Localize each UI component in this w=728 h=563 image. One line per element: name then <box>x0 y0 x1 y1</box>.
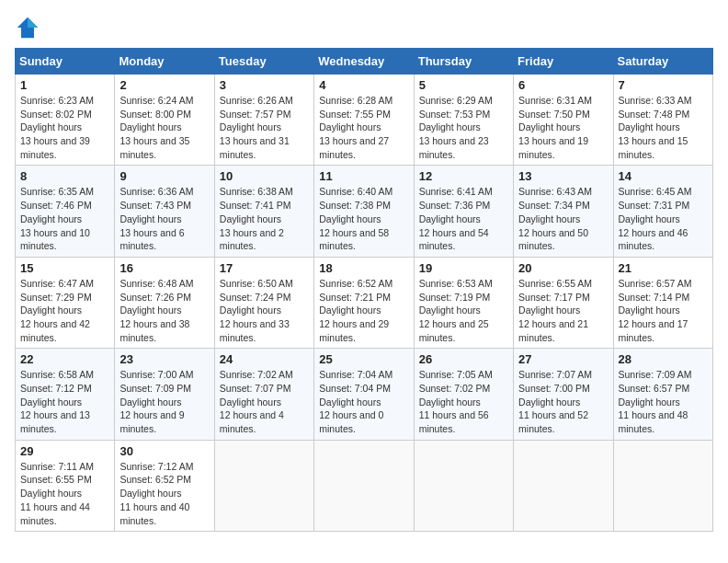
day-cell-15: 15 Sunrise: 6:47 AM Sunset: 7:29 PM Dayl… <box>16 257 115 348</box>
sunrise-label: Sunrise: 6:23 AM <box>20 95 94 106</box>
day-number: 13 <box>518 169 608 183</box>
day-number: 3 <box>220 78 309 92</box>
weekday-header-thursday: Thursday <box>414 49 513 75</box>
day-cell-12: 12 Sunrise: 6:41 AM Sunset: 7:36 PM Dayl… <box>414 166 513 257</box>
sunset-label: Sunset: 7:07 PM <box>220 383 291 394</box>
sunset-label: Sunset: 7:00 PM <box>518 383 590 394</box>
day-info: Sunrise: 6:29 AM Sunset: 7:53 PM Dayligh… <box>419 94 508 161</box>
day-cell-27: 27 Sunrise: 7:07 AM Sunset: 7:00 PM Dayl… <box>514 349 613 440</box>
day-number: 22 <box>20 352 109 366</box>
day-cell-9: 9 Sunrise: 6:36 AM Sunset: 7:43 PM Dayli… <box>115 166 214 257</box>
day-number: 7 <box>619 78 708 92</box>
sunrise-label: Sunrise: 6:33 AM <box>619 95 692 106</box>
sunset-label: Sunset: 8:00 PM <box>119 109 191 120</box>
week-row-3: 15 Sunrise: 6:47 AM Sunset: 7:29 PM Dayl… <box>16 257 713 348</box>
day-info: Sunrise: 7:11 AM Sunset: 6:55 PM Dayligh… <box>20 460 109 527</box>
sunset-label: Sunset: 7:31 PM <box>619 200 690 211</box>
daylight-label: Daylight hours <box>518 121 580 132</box>
day-cell-16: 16 Sunrise: 6:48 AM Sunset: 7:26 PM Dayl… <box>115 257 214 348</box>
sunrise-label: Sunrise: 6:50 AM <box>220 278 293 289</box>
daylight-label: Daylight hours <box>518 213 580 224</box>
daylight-duration: 12 hours and 42 minutes. <box>20 318 90 343</box>
day-number: 16 <box>119 261 209 275</box>
sunrise-label: Sunrise: 7:02 AM <box>220 369 293 380</box>
sunset-label: Sunset: 7:21 PM <box>319 292 391 303</box>
daylight-duration: 13 hours and 35 minutes. <box>119 135 189 160</box>
day-cell-6: 6 Sunrise: 6:31 AM Sunset: 7:50 PM Dayli… <box>514 75 613 166</box>
daylight-duration: 11 hours and 48 minutes. <box>619 409 688 434</box>
day-cell-18: 18 Sunrise: 6:52 AM Sunset: 7:21 PM Dayl… <box>314 257 414 348</box>
sunset-label: Sunset: 6:57 PM <box>619 383 690 394</box>
daylight-duration: 12 hours and 29 minutes. <box>319 318 389 343</box>
week-row-2: 8 Sunrise: 6:35 AM Sunset: 7:46 PM Dayli… <box>16 166 713 257</box>
sunrise-label: Sunrise: 6:38 AM <box>220 186 293 197</box>
daylight-label: Daylight hours <box>220 304 281 316</box>
daylight-label: Daylight hours <box>119 213 181 224</box>
day-info: Sunrise: 6:38 AM Sunset: 7:41 PM Dayligh… <box>220 185 309 252</box>
sunset-label: Sunset: 7:19 PM <box>419 292 491 303</box>
sunset-label: Sunset: 7:57 PM <box>220 109 291 120</box>
day-number: 2 <box>119 78 209 92</box>
sunrise-label: Sunrise: 6:43 AM <box>518 186 592 197</box>
daylight-duration: 12 hours and 38 minutes. <box>119 318 189 343</box>
day-info: Sunrise: 7:04 AM Sunset: 7:04 PM Dayligh… <box>319 368 408 435</box>
daylight-duration: 11 hours and 56 minutes. <box>419 409 489 434</box>
daylight-label: Daylight hours <box>518 304 580 316</box>
sunrise-label: Sunrise: 6:41 AM <box>419 186 493 197</box>
day-number: 29 <box>20 444 109 458</box>
daylight-duration: 12 hours and 17 minutes. <box>619 318 688 343</box>
empty-cell <box>414 440 513 531</box>
day-cell-26: 26 Sunrise: 7:05 AM Sunset: 7:02 PM Dayl… <box>414 349 513 440</box>
day-cell-25: 25 Sunrise: 7:04 AM Sunset: 7:04 PM Dayl… <box>314 349 414 440</box>
daylight-duration: 12 hours and 50 minutes. <box>518 227 588 252</box>
day-number: 25 <box>319 352 408 366</box>
daylight-label: Daylight hours <box>119 121 181 132</box>
day-number: 10 <box>220 169 309 183</box>
daylight-duration: 13 hours and 10 minutes. <box>20 227 90 252</box>
daylight-label: Daylight hours <box>419 121 481 132</box>
daylight-label: Daylight hours <box>419 304 481 316</box>
daylight-duration: 11 hours and 52 minutes. <box>518 409 588 434</box>
daylight-duration: 12 hours and 54 minutes. <box>419 227 489 252</box>
daylight-duration: 12 hours and 25 minutes. <box>419 318 489 343</box>
logo-icon <box>15 15 40 40</box>
sunrise-label: Sunrise: 6:45 AM <box>619 186 692 197</box>
empty-cell <box>214 440 313 531</box>
daylight-duration: 11 hours and 40 minutes. <box>119 501 189 526</box>
daylight-duration: 12 hours and 46 minutes. <box>619 227 688 252</box>
day-cell-30: 30 Sunrise: 7:12 AM Sunset: 6:52 PM Dayl… <box>115 440 214 531</box>
sunset-label: Sunset: 7:02 PM <box>419 383 491 394</box>
day-number: 30 <box>119 444 209 458</box>
day-number: 18 <box>319 261 408 275</box>
daylight-label: Daylight hours <box>119 304 181 316</box>
daylight-label: Daylight hours <box>619 121 680 132</box>
day-cell-21: 21 Sunrise: 6:57 AM Sunset: 7:14 PM Dayl… <box>613 257 712 348</box>
day-number: 11 <box>319 169 408 183</box>
daylight-duration: 12 hours and 4 minutes. <box>220 409 284 434</box>
weekday-header-tuesday: Tuesday <box>214 49 313 75</box>
sunrise-label: Sunrise: 7:05 AM <box>419 369 493 380</box>
day-info: Sunrise: 7:02 AM Sunset: 7:07 PM Dayligh… <box>220 368 309 435</box>
daylight-label: Daylight hours <box>319 121 381 132</box>
sunrise-label: Sunrise: 6:57 AM <box>619 278 692 289</box>
daylight-duration: 13 hours and 19 minutes. <box>518 135 588 160</box>
day-info: Sunrise: 6:41 AM Sunset: 7:36 PM Dayligh… <box>419 185 508 252</box>
day-info: Sunrise: 6:52 AM Sunset: 7:21 PM Dayligh… <box>319 277 408 344</box>
day-info: Sunrise: 6:48 AM Sunset: 7:26 PM Dayligh… <box>119 277 209 344</box>
week-row-4: 22 Sunrise: 6:58 AM Sunset: 7:12 PM Dayl… <box>16 349 713 440</box>
sunset-label: Sunset: 6:55 PM <box>20 474 92 485</box>
daylight-label: Daylight hours <box>20 488 82 499</box>
day-number: 5 <box>419 78 508 92</box>
daylight-label: Daylight hours <box>20 121 82 132</box>
daylight-duration: 12 hours and 0 minutes. <box>319 409 383 434</box>
daylight-label: Daylight hours <box>20 304 82 316</box>
sunset-label: Sunset: 7:41 PM <box>220 200 291 211</box>
day-cell-5: 5 Sunrise: 6:29 AM Sunset: 7:53 PM Dayli… <box>414 75 513 166</box>
day-info: Sunrise: 6:47 AM Sunset: 7:29 PM Dayligh… <box>20 277 109 344</box>
sunset-label: Sunset: 7:48 PM <box>619 109 690 120</box>
day-cell-4: 4 Sunrise: 6:28 AM Sunset: 7:55 PM Dayli… <box>314 75 414 166</box>
sunset-label: Sunset: 7:50 PM <box>518 109 590 120</box>
day-info: Sunrise: 6:53 AM Sunset: 7:19 PM Dayligh… <box>419 277 508 344</box>
sunset-label: Sunset: 7:53 PM <box>419 109 491 120</box>
weekday-header-monday: Monday <box>115 49 214 75</box>
